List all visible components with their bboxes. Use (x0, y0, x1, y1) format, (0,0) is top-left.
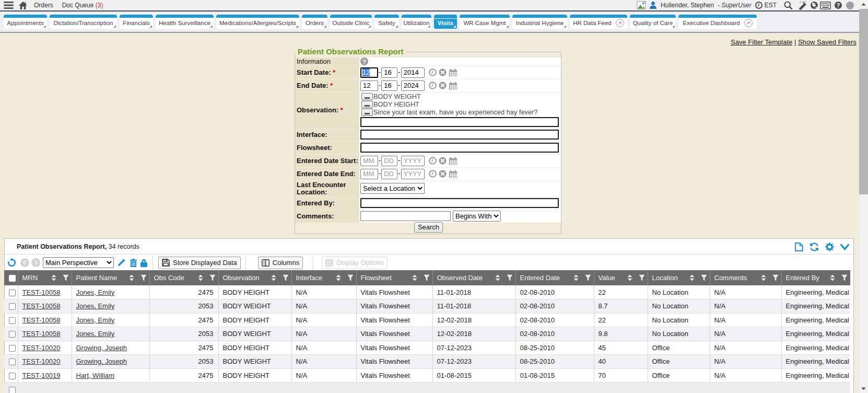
svg-text:?: ? (362, 58, 366, 65)
svg-text:?: ? (837, 2, 840, 8)
